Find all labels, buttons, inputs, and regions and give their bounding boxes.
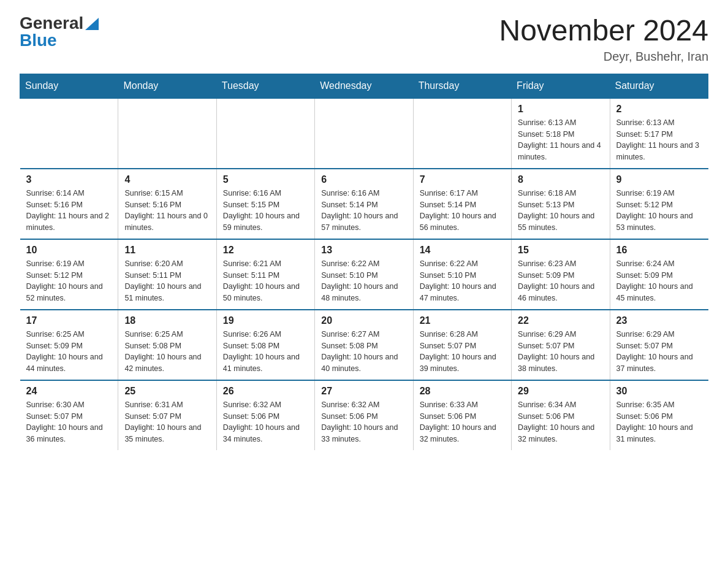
calendar-day-6: 6Sunrise: 6:16 AMSunset: 5:14 PMDaylight…: [315, 169, 413, 239]
calendar-empty-cell: [118, 98, 216, 169]
day-number: 11: [124, 245, 210, 256]
day-number: 5: [223, 174, 308, 185]
calendar-day-30: 30Sunrise: 6:35 AMSunset: 5:06 PMDayligh…: [610, 380, 708, 450]
calendar-day-4: 4Sunrise: 6:15 AMSunset: 5:16 PMDaylight…: [118, 169, 216, 239]
day-info: Sunrise: 6:20 AMSunset: 5:11 PMDaylight:…: [124, 258, 210, 304]
day-info: Sunrise: 6:27 AMSunset: 5:08 PMDaylight:…: [321, 329, 406, 375]
calendar-day-23: 23Sunrise: 6:29 AMSunset: 5:07 PMDayligh…: [610, 310, 708, 380]
day-info: Sunrise: 6:34 AMSunset: 5:06 PMDaylight:…: [518, 399, 603, 445]
calendar-day-11: 11Sunrise: 6:20 AMSunset: 5:11 PMDayligh…: [118, 239, 216, 310]
day-info: Sunrise: 6:16 AMSunset: 5:15 PMDaylight:…: [223, 188, 308, 234]
weekday-header-tuesday: Tuesday: [216, 74, 314, 98]
calendar-day-3: 3Sunrise: 6:14 AMSunset: 5:16 PMDaylight…: [20, 169, 118, 239]
calendar-day-2: 2Sunrise: 6:13 AMSunset: 5:17 PMDaylight…: [610, 98, 708, 169]
day-number: 23: [616, 315, 702, 326]
calendar-day-26: 26Sunrise: 6:32 AMSunset: 5:06 PMDayligh…: [216, 380, 314, 450]
day-info: Sunrise: 6:21 AMSunset: 5:11 PMDaylight:…: [223, 258, 308, 304]
day-number: 16: [616, 245, 702, 256]
day-info: Sunrise: 6:24 AMSunset: 5:09 PMDaylight:…: [616, 258, 702, 304]
calendar-empty-cell: [20, 98, 118, 169]
weekday-header-friday: Friday: [512, 74, 610, 98]
day-number: 13: [321, 245, 406, 256]
day-number: 15: [518, 245, 603, 256]
calendar-week-row: 24Sunrise: 6:30 AMSunset: 5:07 PMDayligh…: [20, 380, 708, 450]
day-info: Sunrise: 6:35 AMSunset: 5:06 PMDaylight:…: [616, 399, 702, 445]
calendar-day-12: 12Sunrise: 6:21 AMSunset: 5:11 PMDayligh…: [216, 239, 314, 310]
day-info: Sunrise: 6:25 AMSunset: 5:08 PMDaylight:…: [124, 329, 210, 375]
day-info: Sunrise: 6:17 AMSunset: 5:14 PMDaylight:…: [420, 188, 505, 234]
day-number: 30: [616, 386, 702, 397]
calendar-day-7: 7Sunrise: 6:17 AMSunset: 5:14 PMDaylight…: [413, 169, 511, 239]
calendar-day-28: 28Sunrise: 6:33 AMSunset: 5:06 PMDayligh…: [413, 380, 511, 450]
day-info: Sunrise: 6:19 AMSunset: 5:12 PMDaylight:…: [616, 188, 702, 234]
title-area: November 2024 Deyr, Bushehr, Iran: [499, 15, 708, 64]
day-info: Sunrise: 6:30 AMSunset: 5:07 PMDaylight:…: [26, 399, 112, 445]
day-info: Sunrise: 6:31 AMSunset: 5:07 PMDaylight:…: [124, 399, 210, 445]
day-number: 6: [321, 174, 406, 185]
day-number: 28: [420, 386, 505, 397]
day-info: Sunrise: 6:18 AMSunset: 5:13 PMDaylight:…: [518, 188, 603, 234]
calendar-day-9: 9Sunrise: 6:19 AMSunset: 5:12 PMDaylight…: [610, 169, 708, 239]
weekday-header-row: SundayMondayTuesdayWednesdayThursdayFrid…: [20, 74, 708, 98]
day-number: 19: [223, 315, 308, 326]
logo: General Blue: [20, 15, 99, 49]
calendar-day-5: 5Sunrise: 6:16 AMSunset: 5:15 PMDaylight…: [216, 169, 314, 239]
calendar-day-16: 16Sunrise: 6:24 AMSunset: 5:09 PMDayligh…: [610, 239, 708, 310]
month-title: November 2024: [499, 15, 708, 47]
weekday-header-thursday: Thursday: [413, 74, 511, 98]
day-info: Sunrise: 6:25 AMSunset: 5:09 PMDaylight:…: [26, 329, 112, 375]
calendar-empty-cell: [315, 98, 413, 169]
day-number: 21: [420, 315, 505, 326]
day-number: 12: [223, 245, 308, 256]
day-number: 25: [124, 386, 210, 397]
day-number: 10: [26, 245, 112, 256]
weekday-header-sunday: Sunday: [20, 74, 118, 98]
day-info: Sunrise: 6:32 AMSunset: 5:06 PMDaylight:…: [321, 399, 406, 445]
calendar-day-8: 8Sunrise: 6:18 AMSunset: 5:13 PMDaylight…: [512, 169, 610, 239]
day-info: Sunrise: 6:22 AMSunset: 5:10 PMDaylight:…: [420, 258, 505, 304]
weekday-header-wednesday: Wednesday: [315, 74, 413, 98]
calendar-day-27: 27Sunrise: 6:32 AMSunset: 5:06 PMDayligh…: [315, 380, 413, 450]
day-number: 9: [616, 174, 702, 185]
day-number: 1: [518, 104, 603, 115]
calendar-day-19: 19Sunrise: 6:26 AMSunset: 5:08 PMDayligh…: [216, 310, 314, 380]
day-info: Sunrise: 6:29 AMSunset: 5:07 PMDaylight:…: [616, 329, 702, 375]
page-header: General Blue November 2024 Deyr, Bushehr…: [20, 15, 708, 64]
calendar-empty-cell: [216, 98, 314, 169]
svg-marker-0: [85, 18, 99, 30]
day-number: 24: [26, 386, 112, 397]
calendar-week-row: 17Sunrise: 6:25 AMSunset: 5:09 PMDayligh…: [20, 310, 708, 380]
calendar-table: SundayMondayTuesdayWednesdayThursdayFrid…: [20, 74, 708, 450]
calendar-week-row: 3Sunrise: 6:14 AMSunset: 5:16 PMDaylight…: [20, 169, 708, 239]
day-number: 17: [26, 315, 112, 326]
calendar-day-21: 21Sunrise: 6:28 AMSunset: 5:07 PMDayligh…: [413, 310, 511, 380]
weekday-header-monday: Monday: [118, 74, 216, 98]
day-info: Sunrise: 6:16 AMSunset: 5:14 PMDaylight:…: [321, 188, 406, 234]
day-number: 26: [223, 386, 308, 397]
calendar-day-17: 17Sunrise: 6:25 AMSunset: 5:09 PMDayligh…: [20, 310, 118, 380]
calendar-day-15: 15Sunrise: 6:23 AMSunset: 5:09 PMDayligh…: [512, 239, 610, 310]
day-info: Sunrise: 6:23 AMSunset: 5:09 PMDaylight:…: [518, 258, 603, 304]
calendar-week-row: 10Sunrise: 6:19 AMSunset: 5:12 PMDayligh…: [20, 239, 708, 310]
day-info: Sunrise: 6:32 AMSunset: 5:06 PMDaylight:…: [223, 399, 308, 445]
day-info: Sunrise: 6:13 AMSunset: 5:18 PMDaylight:…: [518, 117, 603, 163]
calendar-day-1: 1Sunrise: 6:13 AMSunset: 5:18 PMDaylight…: [512, 98, 610, 169]
logo-text-general: General: [20, 15, 83, 32]
calendar-day-18: 18Sunrise: 6:25 AMSunset: 5:08 PMDayligh…: [118, 310, 216, 380]
day-number: 29: [518, 386, 603, 397]
day-number: 4: [124, 174, 210, 185]
logo-text-blue: Blue: [20, 31, 57, 50]
day-number: 14: [420, 245, 505, 256]
day-number: 7: [420, 174, 505, 185]
calendar-day-24: 24Sunrise: 6:30 AMSunset: 5:07 PMDayligh…: [20, 380, 118, 450]
location: Deyr, Bushehr, Iran: [499, 50, 708, 64]
day-number: 20: [321, 315, 406, 326]
weekday-header-saturday: Saturday: [610, 74, 708, 98]
logo-triangle-icon: [85, 18, 99, 30]
calendar-empty-cell: [413, 98, 511, 169]
day-info: Sunrise: 6:29 AMSunset: 5:07 PMDaylight:…: [518, 329, 603, 375]
calendar-day-14: 14Sunrise: 6:22 AMSunset: 5:10 PMDayligh…: [413, 239, 511, 310]
calendar-day-10: 10Sunrise: 6:19 AMSunset: 5:12 PMDayligh…: [20, 239, 118, 310]
day-number: 3: [26, 174, 112, 185]
day-info: Sunrise: 6:22 AMSunset: 5:10 PMDaylight:…: [321, 258, 406, 304]
